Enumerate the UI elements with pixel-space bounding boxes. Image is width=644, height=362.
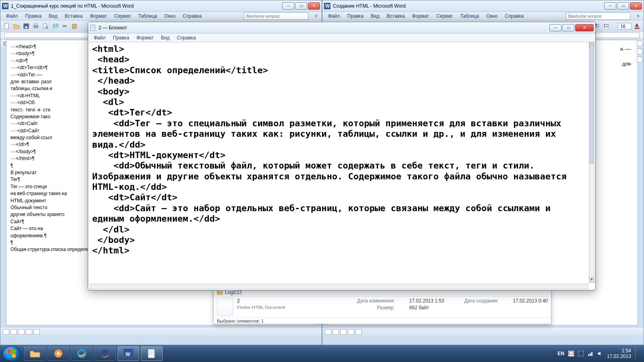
- spellcheck-icon[interactable]: ABC: [51, 22, 59, 30]
- show-desktop-button[interactable]: [635, 346, 639, 361]
- menubar: Файл Правка Формат Вид Справка: [88, 33, 595, 42]
- menu-format[interactable]: Формат: [409, 12, 432, 20]
- font-size-combo[interactable]: 16: [618, 23, 632, 29]
- menu-insert[interactable]: Вставка: [384, 12, 408, 20]
- window-title: 2 — Блокнот: [99, 25, 549, 31]
- tray-clock[interactable]: 1:54 17.02.2013: [607, 348, 631, 360]
- taskbar-firefox[interactable]: [94, 346, 116, 361]
- menu-edit[interactable]: Правка: [110, 34, 133, 41]
- view-outline-icon[interactable]: [26, 329, 32, 335]
- menu-format[interactable]: Формат: [133, 34, 157, 41]
- svg-rect-4: [25, 27, 27, 28]
- view-web-icon[interactable]: [10, 329, 17, 335]
- taskbar-explorer[interactable]: [24, 346, 46, 361]
- text-area[interactable]: <html> <head> <title>Список определений<…: [90, 42, 588, 288]
- view-mode-bar: [0, 327, 322, 336]
- maximize-button[interactable]: ▭: [295, 2, 307, 10]
- tray-flag-icon[interactable]: [568, 351, 574, 356]
- help-question-input[interactable]: [566, 12, 630, 20]
- svg-marker-48: [598, 352, 601, 356]
- help-question-input[interactable]: [244, 12, 308, 20]
- minimize-button[interactable]: ─: [604, 2, 616, 10]
- view-normal-icon[interactable]: [325, 329, 331, 335]
- minimize-button[interactable]: ─: [282, 2, 294, 10]
- titlebar[interactable]: W Создание HTML - Microsoft Word ─ ▭ ✕: [322, 0, 644, 12]
- svg-rect-31: [8, 354, 11, 358]
- prev-page-icon[interactable]: [637, 41, 642, 46]
- titlebar[interactable]: 2 — Блокнот ─ ▭ ✕: [88, 22, 595, 33]
- titlebar[interactable]: W 1_Сокращенный курс лекций по HTML - Mi…: [0, 0, 322, 12]
- file-icon[interactable]: [217, 298, 233, 316]
- taskbar-notepad[interactable]: [141, 346, 163, 361]
- view-normal-icon[interactable]: [3, 329, 9, 335]
- menu-insert[interactable]: Вставка: [62, 12, 86, 20]
- maximize-button[interactable]: ▭: [617, 2, 629, 10]
- tray-network-icon[interactable]: [588, 351, 593, 356]
- close-help-icon[interactable]: ×: [313, 13, 319, 19]
- svg-rect-10: [72, 24, 76, 29]
- menu-tools[interactable]: Сервис: [111, 12, 134, 20]
- menu-tools[interactable]: Сервис: [433, 12, 456, 20]
- tray-date: 17.02.2013: [607, 354, 631, 359]
- menu-edit[interactable]: Правка: [344, 12, 367, 20]
- taskbar-word[interactable]: W: [118, 346, 139, 361]
- open-icon[interactable]: [12, 22, 21, 30]
- minimize-button[interactable]: ─: [549, 24, 561, 31]
- scroll-thumb[interactable]: [590, 43, 594, 164]
- menu-table[interactable]: Таблица: [135, 12, 160, 20]
- cut-icon[interactable]: ✂: [61, 22, 69, 30]
- tray-action-center-icon[interactable]: [578, 351, 584, 356]
- tray-lang[interactable]: EN: [557, 351, 564, 356]
- svg-rect-7: [43, 24, 47, 28]
- menu-help[interactable]: Справка: [502, 12, 527, 20]
- close-button[interactable]: ✕: [308, 2, 320, 10]
- menu-file[interactable]: Файл: [91, 34, 109, 41]
- close-button[interactable]: ✕: [575, 24, 594, 31]
- view-print-icon[interactable]: [18, 329, 25, 335]
- file-name[interactable]: 2: [237, 298, 285, 304]
- view-web-icon[interactable]: [332, 329, 339, 335]
- start-button[interactable]: [2, 346, 21, 361]
- print-preview-icon[interactable]: [41, 22, 50, 30]
- menu-view[interactable]: Вид: [158, 34, 173, 41]
- tray-volume-icon[interactable]: [597, 351, 603, 356]
- paste-icon[interactable]: [70, 22, 78, 30]
- menu-edit[interactable]: Правка: [22, 12, 45, 20]
- print-icon[interactable]: [32, 22, 40, 30]
- view-print-icon[interactable]: [340, 329, 347, 335]
- svg-point-20: [604, 26, 605, 27]
- menu-file[interactable]: Файл: [3, 12, 21, 20]
- bulleted-list-icon[interactable]: [603, 22, 611, 30]
- menu-view[interactable]: Вид: [45, 12, 61, 20]
- svg-rect-5: [34, 25, 38, 28]
- taskbar-wmp[interactable]: [47, 346, 69, 361]
- menu-view[interactable]: Вид: [367, 12, 383, 20]
- view-reading-icon[interactable]: [355, 329, 362, 335]
- menu-help[interactable]: Справка: [173, 34, 199, 41]
- explorer-file-panel: Logic12 2 Firefox HTML Document Дата изм…: [213, 288, 551, 324]
- next-page-icon[interactable]: [637, 57, 642, 62]
- maximize-button[interactable]: ▭: [562, 24, 574, 31]
- created-value: 17.02.2013 0:40: [513, 298, 548, 304]
- close-help-icon[interactable]: ×: [635, 13, 641, 19]
- menu-window[interactable]: Окно: [161, 12, 179, 20]
- view-outline-icon[interactable]: [348, 329, 354, 335]
- view-reading-icon[interactable]: [33, 329, 40, 335]
- save-icon[interactable]: [22, 22, 30, 30]
- menu-format[interactable]: Формат: [87, 12, 110, 20]
- menu-help[interactable]: Справка: [180, 12, 205, 20]
- menu-table[interactable]: Таблица: [457, 12, 482, 20]
- svg-rect-29: [8, 350, 11, 353]
- horizontal-scrollbar[interactable]: [90, 284, 588, 289]
- font-color-icon[interactable]: A: [633, 22, 641, 30]
- menu-file[interactable]: Файл: [325, 12, 343, 20]
- vertical-scrollbar[interactable]: ▲ ▼: [589, 42, 594, 283]
- tray-time: 1:54: [607, 348, 631, 354]
- menubar: Файл Правка Вид Вставка Формат Сервис Та…: [322, 12, 644, 21]
- taskbar-ie[interactable]: [71, 346, 93, 361]
- close-button[interactable]: ✕: [630, 2, 642, 10]
- browse-object-icon[interactable]: [637, 49, 642, 54]
- new-doc-icon[interactable]: [3, 22, 11, 30]
- menu-window[interactable]: Окно: [483, 12, 501, 20]
- scroll-down-icon[interactable]: ▼: [589, 277, 594, 282]
